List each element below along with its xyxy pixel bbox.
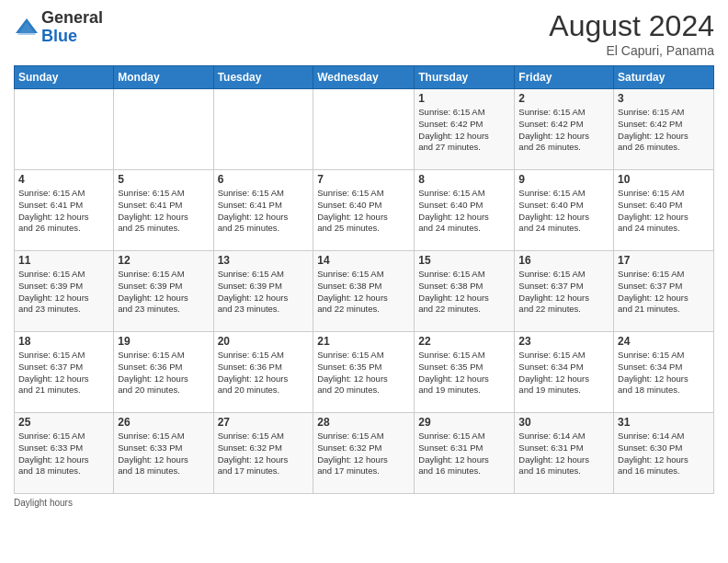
calendar-cell bbox=[313, 89, 415, 170]
day-info: Sunrise: 6:14 AM Sunset: 6:30 PM Dayligh… bbox=[618, 431, 710, 477]
day-number: 3 bbox=[618, 92, 710, 105]
calendar-cell: 16Sunrise: 6:15 AM Sunset: 6:37 PM Dayli… bbox=[515, 251, 614, 332]
day-number: 15 bbox=[418, 254, 510, 267]
calendar-cell: 8Sunrise: 6:15 AM Sunset: 6:40 PM Daylig… bbox=[415, 170, 515, 251]
day-number: 17 bbox=[618, 254, 710, 267]
day-number: 14 bbox=[317, 254, 410, 267]
calendar-cell bbox=[213, 89, 313, 170]
day-number: 6 bbox=[218, 173, 310, 186]
calendar-cell: 15Sunrise: 6:15 AM Sunset: 6:38 PM Dayli… bbox=[415, 251, 515, 332]
calendar: SundayMondayTuesdayWednesdayThursdayFrid… bbox=[14, 65, 714, 494]
day-info: Sunrise: 6:15 AM Sunset: 6:35 PM Dayligh… bbox=[317, 350, 410, 396]
weekday-row: SundayMondayTuesdayWednesdayThursdayFrid… bbox=[15, 66, 714, 89]
calendar-cell bbox=[15, 89, 114, 170]
weekday-header: Friday bbox=[515, 66, 614, 89]
day-info: Sunrise: 6:15 AM Sunset: 6:32 PM Dayligh… bbox=[218, 431, 310, 477]
day-number: 24 bbox=[618, 335, 710, 348]
day-number: 29 bbox=[418, 416, 510, 429]
calendar-cell: 5Sunrise: 6:15 AM Sunset: 6:41 PM Daylig… bbox=[114, 170, 213, 251]
header: General Blue August 2024 El Capuri, Pana… bbox=[14, 9, 714, 58]
day-info: Sunrise: 6:15 AM Sunset: 6:37 PM Dayligh… bbox=[18, 350, 109, 396]
day-info: Sunrise: 6:15 AM Sunset: 6:33 PM Dayligh… bbox=[118, 431, 209, 477]
day-number: 20 bbox=[218, 335, 310, 348]
calendar-cell: 4Sunrise: 6:15 AM Sunset: 6:41 PM Daylig… bbox=[15, 170, 114, 251]
day-info: Sunrise: 6:15 AM Sunset: 6:37 PM Dayligh… bbox=[618, 269, 710, 316]
calendar-cell: 26Sunrise: 6:15 AM Sunset: 6:33 PM Dayli… bbox=[114, 413, 213, 494]
day-info: Sunrise: 6:15 AM Sunset: 6:34 PM Dayligh… bbox=[518, 350, 609, 396]
location: El Capuri, Panama bbox=[549, 43, 714, 58]
day-number: 25 bbox=[18, 416, 109, 429]
day-info: Sunrise: 6:15 AM Sunset: 6:33 PM Dayligh… bbox=[18, 431, 109, 477]
day-number: 30 bbox=[518, 416, 609, 429]
calendar-cell: 20Sunrise: 6:15 AM Sunset: 6:36 PM Dayli… bbox=[213, 332, 313, 413]
day-info: Sunrise: 6:15 AM Sunset: 6:42 PM Dayligh… bbox=[518, 107, 609, 154]
logo-text: General Blue bbox=[41, 9, 103, 46]
day-info: Sunrise: 6:15 AM Sunset: 6:38 PM Dayligh… bbox=[418, 269, 510, 316]
day-number: 31 bbox=[618, 416, 710, 429]
calendar-cell: 10Sunrise: 6:15 AM Sunset: 6:40 PM Dayli… bbox=[614, 170, 714, 251]
calendar-cell bbox=[114, 89, 213, 170]
calendar-cell: 2Sunrise: 6:15 AM Sunset: 6:42 PM Daylig… bbox=[515, 89, 614, 170]
calendar-cell: 19Sunrise: 6:15 AM Sunset: 6:36 PM Dayli… bbox=[114, 332, 213, 413]
day-info: Sunrise: 6:15 AM Sunset: 6:42 PM Dayligh… bbox=[618, 107, 710, 154]
day-info: Sunrise: 6:15 AM Sunset: 6:41 PM Dayligh… bbox=[118, 188, 209, 235]
day-info: Sunrise: 6:15 AM Sunset: 6:41 PM Dayligh… bbox=[218, 188, 310, 235]
calendar-cell: 31Sunrise: 6:14 AM Sunset: 6:30 PM Dayli… bbox=[614, 413, 714, 494]
day-number: 19 bbox=[118, 335, 209, 348]
day-number: 11 bbox=[18, 254, 109, 267]
calendar-cell: 30Sunrise: 6:14 AM Sunset: 6:31 PM Dayli… bbox=[515, 413, 614, 494]
day-info: Sunrise: 6:15 AM Sunset: 6:39 PM Dayligh… bbox=[18, 269, 109, 316]
day-info: Sunrise: 6:15 AM Sunset: 6:38 PM Dayligh… bbox=[317, 269, 410, 316]
calendar-cell: 25Sunrise: 6:15 AM Sunset: 6:33 PM Dayli… bbox=[15, 413, 114, 494]
logo-blue: Blue bbox=[41, 28, 103, 46]
day-info: Sunrise: 6:15 AM Sunset: 6:39 PM Dayligh… bbox=[218, 269, 310, 316]
day-number: 7 bbox=[317, 173, 410, 186]
weekday-header: Saturday bbox=[614, 66, 714, 89]
footer-note: Daylight hours bbox=[14, 498, 714, 508]
day-info: Sunrise: 6:15 AM Sunset: 6:40 PM Dayligh… bbox=[618, 188, 710, 235]
calendar-week: 25Sunrise: 6:15 AM Sunset: 6:33 PM Dayli… bbox=[15, 413, 714, 494]
weekday-header: Wednesday bbox=[313, 66, 415, 89]
calendar-cell: 12Sunrise: 6:15 AM Sunset: 6:39 PM Dayli… bbox=[114, 251, 213, 332]
calendar-week: 4Sunrise: 6:15 AM Sunset: 6:41 PM Daylig… bbox=[15, 170, 714, 251]
day-info: Sunrise: 6:15 AM Sunset: 6:39 PM Dayligh… bbox=[118, 269, 209, 316]
day-number: 8 bbox=[418, 173, 510, 186]
calendar-cell: 7Sunrise: 6:15 AM Sunset: 6:40 PM Daylig… bbox=[313, 170, 415, 251]
calendar-cell: 18Sunrise: 6:15 AM Sunset: 6:37 PM Dayli… bbox=[15, 332, 114, 413]
day-number: 23 bbox=[518, 335, 609, 348]
day-info: Sunrise: 6:15 AM Sunset: 6:32 PM Dayligh… bbox=[317, 431, 410, 477]
calendar-cell: 29Sunrise: 6:15 AM Sunset: 6:31 PM Dayli… bbox=[415, 413, 515, 494]
calendar-cell: 22Sunrise: 6:15 AM Sunset: 6:35 PM Dayli… bbox=[415, 332, 515, 413]
calendar-cell: 24Sunrise: 6:15 AM Sunset: 6:34 PM Dayli… bbox=[614, 332, 714, 413]
page: General Blue August 2024 El Capuri, Pana… bbox=[0, 0, 728, 563]
day-number: 13 bbox=[218, 254, 310, 267]
weekday-header: Sunday bbox=[15, 66, 114, 89]
day-info: Sunrise: 6:15 AM Sunset: 6:34 PM Dayligh… bbox=[618, 350, 710, 396]
calendar-cell: 28Sunrise: 6:15 AM Sunset: 6:32 PM Dayli… bbox=[313, 413, 415, 494]
day-info: Sunrise: 6:15 AM Sunset: 6:31 PM Dayligh… bbox=[418, 431, 510, 477]
day-number: 26 bbox=[118, 416, 209, 429]
weekday-header: Thursday bbox=[415, 66, 515, 89]
calendar-week: 1Sunrise: 6:15 AM Sunset: 6:42 PM Daylig… bbox=[15, 89, 714, 170]
weekday-header: Monday bbox=[114, 66, 213, 89]
day-number: 27 bbox=[218, 416, 310, 429]
day-info: Sunrise: 6:15 AM Sunset: 6:37 PM Dayligh… bbox=[518, 269, 609, 316]
day-number: 10 bbox=[618, 173, 710, 186]
calendar-cell: 23Sunrise: 6:15 AM Sunset: 6:34 PM Dayli… bbox=[515, 332, 614, 413]
day-info: Sunrise: 6:15 AM Sunset: 6:36 PM Dayligh… bbox=[118, 350, 209, 396]
logo-general: General bbox=[41, 9, 103, 28]
calendar-cell: 1Sunrise: 6:15 AM Sunset: 6:42 PM Daylig… bbox=[415, 89, 515, 170]
day-number: 5 bbox=[118, 173, 209, 186]
calendar-week: 18Sunrise: 6:15 AM Sunset: 6:37 PM Dayli… bbox=[15, 332, 714, 413]
calendar-cell: 17Sunrise: 6:15 AM Sunset: 6:37 PM Dayli… bbox=[614, 251, 714, 332]
day-info: Sunrise: 6:14 AM Sunset: 6:31 PM Dayligh… bbox=[518, 431, 609, 477]
logo: General Blue bbox=[14, 9, 103, 46]
calendar-week: 11Sunrise: 6:15 AM Sunset: 6:39 PM Dayli… bbox=[15, 251, 714, 332]
day-number: 16 bbox=[518, 254, 609, 267]
day-number: 28 bbox=[317, 416, 410, 429]
day-number: 2 bbox=[518, 92, 609, 105]
day-info: Sunrise: 6:15 AM Sunset: 6:40 PM Dayligh… bbox=[317, 188, 410, 235]
day-number: 12 bbox=[118, 254, 209, 267]
day-info: Sunrise: 6:15 AM Sunset: 6:35 PM Dayligh… bbox=[418, 350, 510, 396]
day-number: 21 bbox=[317, 335, 410, 348]
